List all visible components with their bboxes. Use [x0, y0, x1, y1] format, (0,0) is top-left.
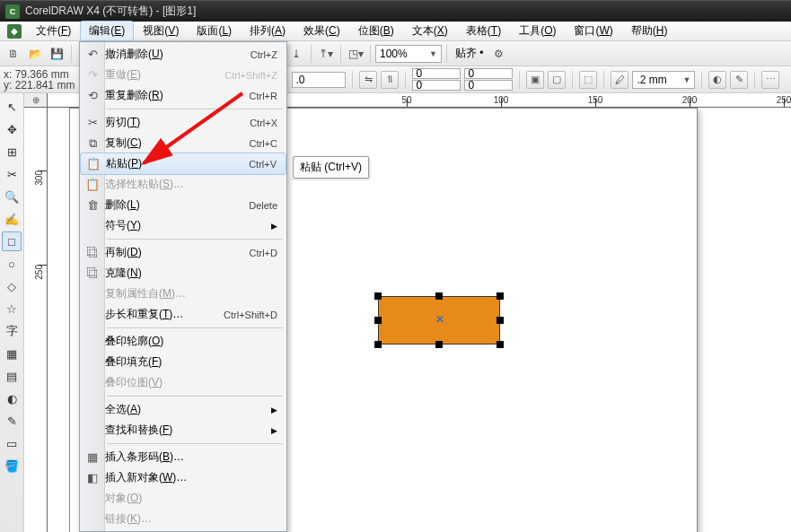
menu-item-复制[interactable]: ⧉复制(C)Ctrl+C: [80, 133, 286, 153]
tool-15[interactable]: ▭: [2, 433, 22, 453]
menu-item-叠印位图: 叠印位图(V): [80, 372, 286, 393]
tool-1[interactable]: ✥: [2, 119, 22, 139]
title-bar: C CorelDRAW X4 (不可转售) - [图形1]: [0, 0, 791, 22]
new-icon[interactable]: 🗎: [4, 44, 23, 64]
menu-item-删除[interactable]: 🗑删除(L)Delete: [80, 195, 286, 215]
coordinates-readout: x: 79.366 mm y: 221.841 mm: [4, 69, 75, 91]
menu-item-步长和重复[interactable]: 步长和重复(T)…Ctrl+Shift+D: [80, 304, 286, 325]
menu-item-对象: 对象(O): [80, 488, 286, 509]
menu-4[interactable]: 排列(A): [241, 21, 294, 41]
selection-handle[interactable]: [374, 292, 382, 300]
options-icon[interactable]: ⚙: [489, 44, 509, 64]
edit-icon[interactable]: ✎: [730, 71, 748, 89]
snap-dropdown[interactable]: 贴齐 •: [452, 46, 488, 61]
window-title: CorelDRAW X4 (不可转售) - [图形1]: [25, 4, 196, 19]
outline-pen-icon[interactable]: 🖊: [611, 71, 628, 89]
menu-item-叠印轮廓[interactable]: 叠印轮廓(O): [80, 331, 286, 352]
app-icon: C: [5, 4, 20, 19]
to-front-icon[interactable]: ▣: [526, 71, 544, 89]
menu-item-查找和替换[interactable]: 查找和替换(F)▶: [80, 420, 286, 440]
menu-9[interactable]: 工具(O): [510, 21, 565, 41]
app-launcher-icon[interactable]: ◳▾: [346, 44, 365, 64]
menu-item-选择性粘贴: 📋选择性粘贴(S)…: [80, 174, 286, 195]
menu-bar: ◆ 文件(F)编辑(E)视图(V)版面(L)排列(A)效果(C)位图(B)文本(…: [0, 22, 791, 41]
menu-item-全选[interactable]: 全选(A)▶: [80, 399, 286, 420]
menu-item-粘贴[interactable]: 📋粘贴(P)Ctrl+V: [80, 153, 286, 175]
selection-handle[interactable]: [374, 317, 382, 324]
menu-7[interactable]: 文本(X): [403, 21, 457, 41]
menu-item-重做: ↷重做(E)Ctrl+Shift+Z: [80, 65, 286, 85]
tool-4[interactable]: 🔍: [2, 187, 22, 206]
menu-0[interactable]: 文件(F): [27, 21, 80, 41]
tool-7[interactable]: ○: [2, 254, 22, 274]
selection-handle[interactable]: [497, 317, 504, 324]
tool-0[interactable]: ↖: [2, 97, 22, 117]
spin-1b[interactable]: 0: [412, 80, 461, 91]
tool-9[interactable]: ☆: [2, 299, 22, 318]
menu-item-克隆[interactable]: ⿻克隆(N): [80, 263, 286, 283]
spin-2b[interactable]: 0: [464, 80, 513, 91]
tool-3[interactable]: ✂: [2, 164, 22, 184]
rotation-field[interactable]: .0: [292, 72, 346, 88]
open-icon[interactable]: 📂: [25, 44, 45, 64]
selection-handle[interactable]: [374, 341, 382, 348]
ruler-vertical: 300250: [24, 108, 48, 532]
menu-8[interactable]: 表格(T): [457, 21, 510, 41]
edit-menu-dropdown: ↶撤消删除(U)Ctrl+Z↷重做(E)Ctrl+Shift+Z⟲重复删除(R)…: [79, 41, 287, 532]
menu-item-再制[interactable]: ⿻再制(D)Ctrl+D: [80, 242, 286, 263]
menu-item-插入新对象[interactable]: ◧插入新对象(W)…: [80, 467, 286, 488]
spin-1a[interactable]: 0: [412, 68, 461, 79]
menu-item-符号[interactable]: 符号(Y)▶: [80, 215, 286, 236]
menu-3[interactable]: 版面(L): [188, 21, 241, 41]
menu-5[interactable]: 效果(C): [294, 21, 349, 41]
mirror-h-icon[interactable]: ⇋: [359, 71, 377, 89]
selection-handle[interactable]: [497, 292, 504, 300]
zoom-field[interactable]: 100%▼: [375, 45, 442, 63]
spin-2a[interactable]: 0: [464, 68, 513, 79]
tool-2[interactable]: ⊞: [2, 142, 22, 161]
tool-11[interactable]: ▦: [2, 344, 22, 363]
tool-14[interactable]: ✎: [2, 411, 22, 431]
tooltip: 粘贴 (Ctrl+V): [293, 156, 369, 179]
tool-16[interactable]: 🪣: [2, 456, 22, 475]
export-icon[interactable]: ⤒▾: [316, 44, 336, 64]
convert-icon[interactable]: ◐: [708, 71, 726, 89]
wrap-icon[interactable]: ⬚: [579, 71, 597, 89]
app-icon-small[interactable]: ◆: [7, 24, 22, 39]
selection-center-icon[interactable]: ✕: [435, 313, 444, 326]
toolbox: ↖✥⊞✂🔍✍□○◇☆字▦▤◐✎▭🪣: [0, 93, 24, 532]
import-icon[interactable]: ⤓: [286, 44, 306, 64]
menu-11[interactable]: 帮助(H): [622, 21, 677, 41]
tool-5[interactable]: ✍: [2, 209, 22, 229]
menu-6[interactable]: 位图(B): [349, 21, 403, 41]
selection-handle[interactable]: [435, 292, 443, 300]
menu-item-插入条形码[interactable]: ▦插入条形码(B)…: [80, 447, 286, 467]
mirror-v-icon[interactable]: ⥮: [381, 71, 399, 89]
tool-13[interactable]: ◐: [2, 388, 22, 408]
selection-handle[interactable]: [497, 341, 504, 348]
more-icon[interactable]: ⋯: [761, 71, 779, 89]
selection-handle[interactable]: [435, 341, 443, 348]
menu-item-撤消删除[interactable]: ↶撤消删除(U)Ctrl+Z: [80, 44, 286, 65]
save-icon[interactable]: 💾: [47, 44, 66, 64]
menu-2[interactable]: 视图(V): [134, 21, 188, 41]
to-back-icon[interactable]: ▢: [548, 71, 566, 89]
menu-10[interactable]: 窗口(W): [565, 21, 621, 41]
menu-item-链接: 链接(K)…: [80, 509, 286, 529]
ruler-origin[interactable]: ⊕: [24, 93, 48, 108]
tool-10[interactable]: 字: [2, 321, 22, 341]
menu-item-重复删除[interactable]: ⟲重复删除(R)Ctrl+R: [80, 85, 286, 106]
tool-8[interactable]: ◇: [2, 276, 22, 296]
tool-6[interactable]: □: [2, 231, 22, 251]
menu-1[interactable]: 编辑(E): [80, 21, 134, 41]
tool-12[interactable]: ▤: [2, 366, 22, 386]
menu-item-叠印填充[interactable]: 叠印填充(F): [80, 352, 286, 372]
menu-item-剪切[interactable]: ✂剪切(T)Ctrl+X: [80, 112, 286, 133]
outline-width-field[interactable]: .2 mm▼: [632, 71, 695, 89]
menu-item-复制属性自: 复制属性自(M)…: [80, 283, 286, 304]
